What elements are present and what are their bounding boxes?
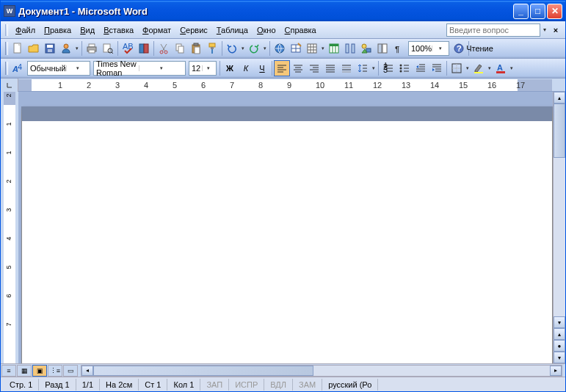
styles-pane-button[interactable]: A4 (10, 60, 26, 76)
increase-indent-button[interactable] (429, 60, 445, 76)
toolbar-grip[interactable] (5, 62, 8, 75)
scroll-thumb[interactable] (93, 366, 313, 376)
tables-borders-button[interactable] (288, 40, 304, 57)
bold-button[interactable]: Ж (222, 60, 238, 76)
mdi-close-button[interactable]: × (551, 26, 561, 35)
status-ovr[interactable]: ЗАМ (293, 379, 322, 391)
scroll-down-button[interactable]: ▾ (554, 316, 565, 328)
font-combo[interactable]: Times New Roman▾ (93, 61, 186, 76)
horizontal-ruler[interactable]: 1234567891011121314151617 (1, 79, 565, 92)
dropdown-icon[interactable]: ▾ (240, 46, 246, 51)
justify-button[interactable] (322, 60, 338, 76)
highlight-button[interactable] (471, 60, 487, 76)
help-button[interactable]: ? (451, 40, 467, 57)
status-trk[interactable]: ИСПР (229, 379, 264, 391)
permissions-button[interactable] (58, 40, 74, 57)
print-preview-button[interactable] (100, 40, 116, 57)
columns-button[interactable] (342, 40, 358, 57)
menu-правка[interactable]: Правка (40, 24, 76, 36)
status-line[interactable]: Ст 1 (139, 379, 167, 391)
align-right-button[interactable] (306, 60, 322, 76)
minimize-button[interactable]: _ (513, 4, 529, 19)
print-view-button[interactable]: ▣ (32, 365, 47, 377)
borders-button[interactable] (449, 60, 465, 76)
copy-button[interactable] (172, 40, 188, 57)
browse-object-button[interactable]: ● (554, 340, 565, 352)
status-at[interactable]: На 2см (100, 379, 139, 391)
zoom-combo[interactable]: 100%▾ (408, 41, 449, 56)
print-button[interactable] (84, 40, 100, 57)
align-center-button[interactable] (290, 60, 306, 76)
dropdown-icon[interactable]: ▾ (371, 65, 377, 71)
insert-excel-button[interactable] (326, 40, 342, 57)
line-spacing-button[interactable] (355, 60, 371, 76)
dropdown-icon[interactable]: ▾ (465, 65, 471, 71)
italic-button[interactable]: К (238, 60, 254, 76)
show-marks-button[interactable]: ¶ (391, 40, 407, 57)
normal-view-button[interactable]: ≡ (1, 365, 16, 377)
undo-button[interactable] (224, 40, 240, 57)
next-page-button[interactable]: ▾ (554, 352, 565, 363)
reading-layout-button[interactable]: Чтение (471, 40, 487, 57)
horizontal-scrollbar[interactable]: ◂ ▸ (81, 365, 562, 377)
dropdown-icon[interactable]: ▾ (487, 65, 493, 71)
ask-dropdown-icon[interactable]: ▾ (540, 23, 549, 37)
distribute-button[interactable] (338, 60, 355, 76)
maximize-button[interactable]: □ (530, 4, 545, 19)
hyperlink-button[interactable] (272, 40, 288, 57)
menu-сервис[interactable]: Сервис (175, 24, 212, 36)
dropdown-icon[interactable]: ▾ (74, 46, 80, 51)
spellcheck-button[interactable]: ABC (120, 40, 136, 57)
prev-page-button[interactable]: ▴ (554, 328, 565, 340)
scroll-up-button[interactable]: ▴ (554, 92, 565, 104)
titlebar[interactable]: W Документ1 - Microsoft Word _ □ ✕ (1, 1, 565, 21)
save-button[interactable] (42, 40, 58, 57)
ask-question-input[interactable] (446, 23, 540, 37)
menu-таблица[interactable]: Таблица (212, 24, 253, 36)
redo-button[interactable] (246, 40, 262, 57)
menu-формат[interactable]: Формат (138, 24, 175, 36)
cut-button[interactable] (156, 40, 172, 57)
tab-selector[interactable] (1, 79, 18, 92)
font-color-button[interactable]: A (493, 60, 509, 76)
dropdown-icon[interactable]: ▾ (320, 46, 326, 51)
vertical-scrollbar[interactable]: ▴ ▾ ▴ ● ▾ (553, 92, 565, 363)
align-left-button[interactable] (274, 60, 290, 76)
status-pages[interactable]: 1/1 (76, 379, 100, 391)
dropdown-icon[interactable]: ▾ (262, 46, 268, 51)
status-ext[interactable]: ВДЛ (264, 379, 293, 391)
menu-окно[interactable]: Окно (253, 24, 280, 36)
status-column[interactable]: Кол 1 (167, 379, 200, 391)
decrease-indent-button[interactable] (413, 60, 429, 76)
reading-view-button[interactable]: ▭ (63, 365, 78, 377)
insert-table-button[interactable] (304, 40, 320, 57)
scroll-right-button[interactable]: ▸ (550, 366, 562, 376)
document-page[interactable] (21, 106, 553, 363)
close-button[interactable]: ✕ (547, 4, 562, 19)
format-painter-button[interactable] (204, 40, 220, 57)
menu-файл[interactable]: Файл (11, 24, 40, 36)
doc-map-button[interactable] (374, 40, 391, 57)
fontsize-combo[interactable]: 12▾ (189, 61, 217, 76)
status-page[interactable]: Стр. 1 (4, 379, 39, 391)
web-view-button[interactable]: ▦ (17, 365, 32, 377)
scroll-thumb[interactable] (554, 104, 565, 158)
paste-button[interactable] (188, 40, 204, 57)
research-button[interactable] (136, 40, 152, 57)
new-button[interactable] (10, 40, 26, 57)
toolbar-grip[interactable] (5, 42, 8, 55)
outline-view-button[interactable]: ⋮≡ (48, 365, 62, 377)
menu-справка[interactable]: Справка (280, 24, 321, 36)
status-language[interactable]: русский (Ро (322, 379, 378, 391)
vertical-ruler[interactable]: 211234567 (1, 92, 18, 363)
scroll-left-button[interactable]: ◂ (81, 366, 93, 376)
menu-вставка[interactable]: Вставка (99, 24, 138, 36)
style-combo[interactable]: Обычный▾ (27, 61, 90, 76)
dropdown-icon[interactable]: ▾ (509, 65, 515, 71)
numbering-button[interactable]: 123 (380, 60, 396, 76)
underline-button[interactable]: Ч (254, 60, 270, 76)
toolbar-grip[interactable] (5, 24, 8, 36)
drawing-button[interactable] (358, 40, 374, 57)
document-viewport[interactable] (18, 92, 553, 363)
open-button[interactable] (26, 40, 42, 57)
